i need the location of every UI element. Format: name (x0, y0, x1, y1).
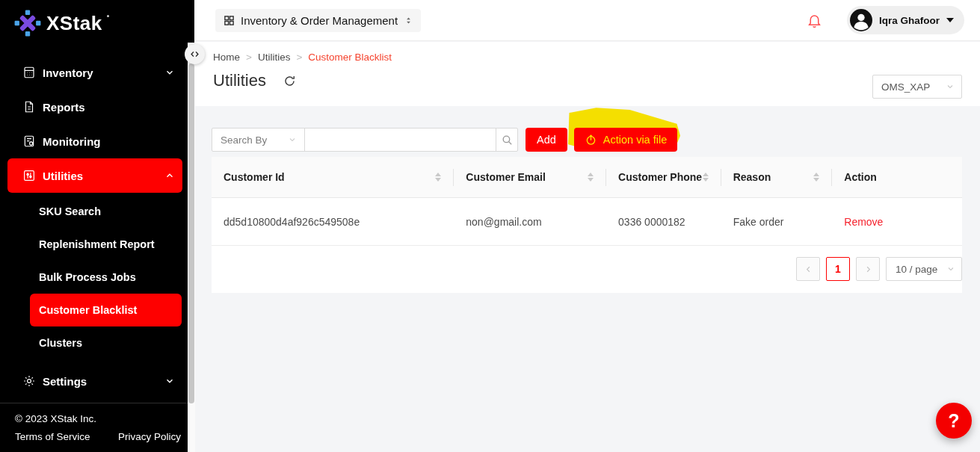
sidebar-item-label: Inventory (43, 66, 93, 79)
updown-selector-icon (404, 15, 413, 26)
xstak-logo-icon (13, 9, 42, 37)
settings-icon (22, 374, 36, 388)
sidebar-item-settings[interactable]: Settings (7, 364, 182, 398)
sidebar-item-monitoring[interactable]: Monitoring (7, 124, 182, 158)
terms-of-service-link[interactable]: Terms of Service (15, 431, 90, 442)
sidebar-subitem-replenishment-report[interactable]: Replenishment Report (30, 228, 182, 261)
monitoring-icon (22, 134, 36, 148)
sidebar-scrollbar-thumb[interactable] (188, 64, 194, 403)
chevron-down-icon (164, 376, 175, 386)
user-name: Iqra Ghafoor (879, 15, 940, 26)
trademark-dot (107, 15, 109, 17)
sort-icon (588, 173, 594, 182)
sidebar-subitem-bulk-process-jobs[interactable]: Bulk Process Jobs (30, 261, 182, 294)
column-header-customer-email[interactable]: Customer Email (454, 157, 606, 197)
chevron-up-icon (164, 170, 175, 181)
column-header-reason[interactable]: Reason (721, 157, 833, 197)
app-selector-dropdown[interactable]: Inventory & Order Management (215, 9, 421, 32)
page-size-value: 10 / page (896, 264, 937, 275)
cell-customer-id: dd5d10800d4af926c549508e (212, 198, 454, 245)
avatar (850, 9, 872, 31)
subitem-label: Replenishment Report (39, 238, 155, 250)
chevron-down-icon (946, 82, 955, 91)
brand-logo[interactable]: XStak (0, 0, 194, 37)
sidebar-subitem-sku-search[interactable]: SKU Search (30, 195, 182, 228)
column-header-customer-id[interactable]: Customer Id (212, 157, 454, 197)
breadcrumb-home[interactable]: Home (213, 52, 240, 63)
search-icon[interactable] (496, 128, 518, 152)
subitem-label: SKU Search (39, 205, 101, 217)
chevron-down-icon (164, 67, 175, 78)
sidebar-item-inventory[interactable]: Inventory (7, 55, 182, 90)
search-input[interactable] (304, 128, 496, 152)
remove-link[interactable]: Remove (844, 216, 883, 228)
table-row: dd5d10800d4af926c549508e non@gmail.com 0… (212, 198, 962, 246)
sidebar-subitem-clusters[interactable]: Clusters (30, 326, 182, 359)
cell-customer-email: non@gmail.com (454, 198, 606, 245)
action-via-file-label: Action via file (603, 134, 667, 146)
notification-bell-icon[interactable] (807, 13, 822, 28)
sidebar-collapse-toggle[interactable] (185, 44, 205, 64)
search-by-value: Search By (221, 134, 267, 146)
chevron-down-icon (288, 135, 297, 144)
add-button[interactable]: Add (526, 128, 567, 152)
sidebar-item-label: Monitoring (43, 135, 100, 148)
sidebar: XStak Inventory Reports (0, 0, 194, 452)
pagination: 1 10 / page (212, 257, 962, 281)
pagination-next-icon[interactable] (856, 257, 880, 281)
search-by-select[interactable]: Search By (212, 128, 305, 152)
user-menu[interactable]: Iqra Ghafoor (847, 6, 964, 34)
pagination-prev-icon[interactable] (796, 257, 820, 281)
column-label: Customer Email (466, 171, 546, 183)
column-label: Customer Id (224, 171, 285, 183)
breadcrumb-current: Customer Blacklist (308, 52, 392, 63)
page-title: Utilities (213, 71, 266, 90)
sidebar-item-label: Utilities (43, 170, 83, 182)
column-label: Reason (733, 171, 771, 183)
subitem-label: Bulk Process Jobs (39, 271, 136, 283)
column-label: Customer Phone (618, 171, 702, 183)
cell-customer-phone: 0336 0000182 (606, 198, 721, 245)
chevron-down-icon (946, 264, 955, 273)
workspace-value: OMS_XAP (881, 81, 930, 93)
sidebar-item-label: Reports (43, 101, 85, 114)
breadcrumb-separator: > (296, 52, 302, 63)
column-label: Action (844, 171, 877, 183)
sidebar-menu: Inventory Reports Monitoring (0, 55, 194, 398)
sidebar-subitem-customer-blacklist[interactable]: Customer Blacklist (30, 294, 182, 326)
topbar: Inventory & Order Management Iqra Ghafoo… (194, 0, 980, 41)
copyright-text: © 2023 XStak Inc. (15, 413, 181, 424)
sidebar-footer: © 2023 XStak Inc. Terms of Service Priva… (0, 403, 194, 452)
pagination-page-1[interactable]: 1 (826, 257, 850, 281)
utilities-submenu: SKU Search Replenishment Report Bulk Pro… (0, 193, 194, 359)
reports-icon (22, 100, 36, 114)
breadcrumb-separator: > (246, 52, 252, 63)
sort-icon (435, 173, 441, 182)
sidebar-item-reports[interactable]: Reports (7, 90, 182, 124)
sidebar-item-utilities[interactable]: Utilities (7, 158, 182, 193)
inventory-icon (22, 66, 36, 79)
help-button[interactable]: ? (936, 403, 972, 439)
sidebar-item-label: Settings (43, 375, 87, 388)
customer-blacklist-table: Customer Id Customer Email Customer Phon… (212, 157, 962, 293)
subitem-label: Customer Blacklist (39, 304, 137, 316)
column-header-customer-phone[interactable]: Customer Phone (606, 157, 721, 197)
privacy-policy-link[interactable]: Privacy Policy (118, 431, 181, 442)
table-header: Customer Id Customer Email Customer Phon… (212, 157, 962, 198)
caret-down-icon (946, 18, 954, 22)
breadcrumb-utilities[interactable]: Utilities (258, 52, 291, 63)
page-size-select[interactable]: 10 / page (886, 257, 962, 281)
sort-icon (813, 173, 819, 182)
code-arrows-icon (189, 49, 200, 60)
workspace-select[interactable]: OMS_XAP (872, 75, 962, 99)
app-selector-label: Inventory & Order Management (241, 14, 398, 27)
column-header-action: Action (832, 157, 962, 197)
toolbar: Search By Add Action via file (212, 128, 962, 152)
refresh-icon[interactable] (283, 74, 297, 88)
sort-icon (703, 173, 709, 182)
app-root: XStak Inventory Reports (0, 0, 980, 452)
action-via-file-button[interactable]: Action via file (574, 128, 677, 152)
breadcrumb: Home > Utilities > Customer Blacklist (213, 42, 980, 63)
sidebar-scrollbar-track (188, 43, 195, 452)
content: Search By Add Action via file (194, 106, 980, 452)
